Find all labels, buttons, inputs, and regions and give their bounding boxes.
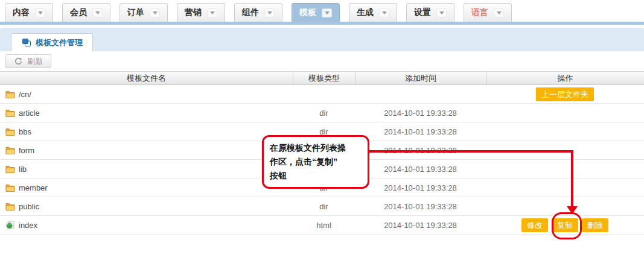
nav-tab-label: 内容 bbox=[13, 7, 30, 18]
chevron-down-icon[interactable] bbox=[264, 8, 275, 17]
file-time: 2014-10-01 19:33:28 bbox=[355, 127, 486, 136]
chevron-down-icon[interactable] bbox=[379, 8, 389, 17]
toolbar: 刷新 bbox=[0, 51, 644, 71]
nav-tab-label: 营销 bbox=[185, 7, 202, 18]
file-time: 2014-10-01 19:33:28 bbox=[355, 109, 486, 118]
nav-tab-label: 订单 bbox=[127, 7, 144, 18]
file-name-link[interactable]: lib bbox=[19, 165, 27, 174]
column-header-time: 添加时间 bbox=[355, 72, 486, 84]
chevron-down-icon[interactable] bbox=[322, 8, 332, 17]
folder-icon bbox=[5, 184, 15, 192]
subtab-label: 模板文件管理 bbox=[36, 37, 83, 48]
window-layers-icon bbox=[21, 39, 31, 46]
nav-tab-language[interactable]: 语言 bbox=[464, 3, 512, 22]
table-row: public dir 2014-10-01 19:33:28 bbox=[0, 197, 644, 216]
table-row: /cn/ 上一层文件夹 bbox=[0, 85, 644, 104]
nav-tab-components[interactable]: 组件 bbox=[234, 3, 282, 22]
nav-tab-label: 设置 bbox=[414, 7, 431, 18]
file-time: 2014-10-01 19:33:28 bbox=[355, 165, 486, 174]
column-header-type: 模板类型 bbox=[293, 72, 355, 84]
nav-tab-label: 模板 bbox=[299, 7, 316, 18]
folder-icon bbox=[5, 147, 15, 154]
refresh-button[interactable]: 刷新 bbox=[5, 54, 51, 68]
annotation-callout: 在原模板文件列表操 作区，点击“复制” 按钮 bbox=[262, 135, 369, 189]
refresh-icon bbox=[13, 57, 24, 65]
nav-tab-label: 生成 bbox=[357, 7, 374, 18]
file-type: dir bbox=[293, 109, 355, 118]
nav-tab-label: 组件 bbox=[242, 7, 259, 18]
refresh-label: 刷新 bbox=[27, 56, 43, 67]
nav-tab-settings[interactable]: 设置 bbox=[406, 3, 454, 22]
nav-tab-templates[interactable]: 模板 bbox=[292, 3, 340, 22]
modify-button[interactable]: 修改 bbox=[521, 218, 548, 232]
file-type: html bbox=[293, 221, 355, 230]
nav-tab-strip: 内容 会员 订单 营销 组件 模板 bbox=[0, 3, 644, 22]
file-type: dir bbox=[293, 202, 355, 211]
nav-tab-marketing[interactable]: 营销 bbox=[177, 3, 225, 22]
folder-icon bbox=[5, 90, 15, 98]
folder-icon bbox=[5, 165, 15, 173]
column-header-filename: 模板文件名 bbox=[0, 72, 293, 84]
file-time: 2014-10-01 19:33:28 bbox=[355, 183, 486, 192]
folder-icon bbox=[5, 109, 15, 117]
delete-button[interactable]: 删除 bbox=[582, 218, 608, 232]
chevron-down-icon[interactable] bbox=[207, 8, 217, 17]
folder-icon bbox=[5, 203, 15, 210]
table-header-row: 模板文件名 模板类型 添加时间 操作 bbox=[0, 72, 644, 85]
chevron-down-icon[interactable] bbox=[150, 8, 160, 17]
annotation-arrow-line-vertical bbox=[571, 150, 573, 207]
file-time: 2014-10-01 19:33:28 bbox=[355, 202, 486, 211]
annotation-arrow-line-horizontal bbox=[369, 150, 573, 153]
main-navbar: 内容 会员 订单 营销 组件 模板 bbox=[0, 0, 644, 25]
chevron-down-icon[interactable] bbox=[494, 8, 504, 17]
file-name-link[interactable]: member bbox=[19, 183, 48, 192]
nav-tab-generate[interactable]: 生成 bbox=[349, 3, 397, 22]
file-name-link[interactable]: form bbox=[19, 146, 34, 155]
file-time: 2014-10-01 19:33:28 bbox=[355, 221, 486, 230]
template-file-manager-page: 内容 会员 订单 营销 组件 模板 bbox=[0, 0, 644, 275]
annotation-highlight-ring bbox=[552, 212, 582, 239]
subtab-bar: 模板文件管理 bbox=[0, 28, 644, 51]
table-row: index html 2014-10-01 19:33:28 修改 复制 删除 bbox=[0, 216, 644, 235]
file-name-link[interactable]: index bbox=[19, 221, 37, 230]
html-file-icon bbox=[5, 221, 15, 230]
chevron-down-icon[interactable] bbox=[92, 8, 103, 17]
nav-tab-content[interactable]: 内容 bbox=[5, 3, 53, 22]
folder-icon bbox=[5, 128, 15, 136]
table-row: article dir 2014-10-01 19:33:28 bbox=[0, 104, 644, 122]
file-name-link[interactable]: bbs bbox=[19, 127, 31, 136]
column-header-actions: 操作 bbox=[486, 72, 644, 84]
chevron-down-icon[interactable] bbox=[436, 8, 447, 17]
nav-tab-members[interactable]: 会员 bbox=[62, 3, 110, 22]
nav-tab-orders[interactable]: 订单 bbox=[120, 3, 168, 22]
nav-tab-label: 会员 bbox=[70, 7, 87, 18]
file-name-link[interactable]: /cn/ bbox=[19, 90, 31, 99]
nav-accent-strip bbox=[0, 22, 644, 25]
parent-folder-button[interactable]: 上一层文件夹 bbox=[536, 87, 594, 101]
file-name-link[interactable]: public bbox=[19, 202, 39, 211]
tab-template-file-manager[interactable]: 模板文件管理 bbox=[11, 33, 93, 51]
chevron-down-icon[interactable] bbox=[35, 8, 45, 17]
file-name-link[interactable]: article bbox=[19, 109, 40, 118]
nav-tab-label: 语言 bbox=[471, 7, 488, 18]
